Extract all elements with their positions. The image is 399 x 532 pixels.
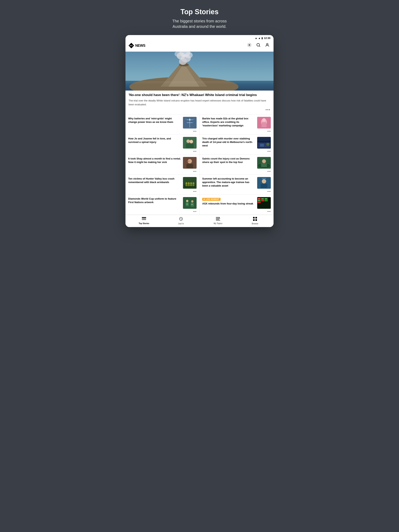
story-cell-right[interactable]: Summer left accounting to become an appr… (200, 175, 274, 195)
story-row: It took Shay almost a month to find a re… (125, 155, 274, 175)
story-thumbnail (257, 117, 271, 128)
status-time: 12:30 (264, 37, 270, 39)
bottom-nav-just-in[interactable]: Just In (162, 215, 200, 227)
status-icons: ▲ ▲ ▮ (255, 37, 263, 39)
bottom-nav-my-topics[interactable]: My Topics (200, 215, 237, 227)
svg-rect-36 (260, 144, 264, 147)
my-topics-icon (216, 217, 220, 222)
more-dots-button[interactable]: ••• (267, 210, 271, 213)
svg-point-52 (193, 182, 194, 184)
svg-rect-76 (264, 200, 268, 201)
story-cell-right[interactable]: Trio charged with murder over stabbing d… (200, 134, 274, 154)
svg-rect-90 (253, 217, 255, 218)
svg-text:ASX: ASX (258, 198, 260, 199)
just-in-label: Just In (178, 222, 184, 225)
my-topics-label: My Topics (214, 222, 222, 225)
more-dots-button[interactable]: ••• (267, 150, 271, 153)
svg-rect-72 (257, 202, 261, 203)
more-dots-button[interactable]: ••• (267, 170, 271, 173)
svg-point-23 (189, 119, 191, 120)
nav-bar: ABC NEWS (125, 40, 274, 52)
svg-rect-53 (186, 184, 187, 186)
svg-rect-46 (261, 163, 267, 167)
story-cell-left[interactable]: How Jo and Joanne fell in love, and surv… (125, 134, 200, 154)
more-dots-button[interactable]: ••• (267, 190, 271, 193)
more-dots-button[interactable]: ••• (193, 150, 197, 153)
profile-button[interactable] (264, 42, 270, 49)
svg-rect-93 (255, 219, 257, 221)
svg-rect-42 (188, 161, 189, 161)
featured-story[interactable]: 'No-one should have been there': NZ's Wh… (125, 52, 274, 114)
nav-icons (246, 42, 270, 49)
story-dots: ••• (202, 169, 271, 173)
svg-point-45 (262, 159, 266, 163)
wifi-icon: ▲ (255, 37, 257, 39)
story-title: It took Shay almost a month to find a re… (128, 157, 181, 164)
live-dot (204, 199, 205, 200)
story-cell-right[interactable]: Barbie has made $1b at the global box of… (200, 114, 274, 134)
story-cell-left[interactable]: Why batteries and 'mini-grids' might cha… (125, 114, 200, 134)
svg-rect-82 (142, 218, 146, 219)
svg-rect-54 (188, 184, 190, 186)
story-dots: ••• (128, 209, 197, 213)
story-thumbnail: ASX BHP CBA NAB (257, 197, 271, 209)
bottom-nav-top-stories[interactable]: Top Stories (125, 215, 162, 227)
svg-point-62 (186, 200, 188, 202)
settings-icon-button[interactable] (246, 42, 252, 49)
svg-rect-74 (261, 200, 264, 201)
story-row: Ten victims of Hunter Valley bus crash r… (125, 175, 274, 195)
story-title: Barbie has made $1b at the global box of… (202, 117, 255, 127)
story-title: ASX rebounds from four-day losing streak (202, 202, 255, 205)
more-dots-button[interactable]: ••• (193, 170, 197, 173)
story-cell-left[interactable]: Diamonds World Cup uniform to feature Fi… (125, 195, 200, 215)
svg-rect-55 (190, 184, 192, 186)
story-title: How Jo and Joanne fell in love, and surv… (128, 137, 181, 144)
story-cell-left[interactable]: It took Shay almost a month to find a re… (125, 155, 200, 174)
story-dots: ••• (128, 169, 197, 173)
more-dots-button[interactable]: ••• (193, 190, 197, 193)
svg-point-15 (185, 52, 193, 58)
svg-rect-61 (183, 197, 197, 209)
abc-diamond-icon: ABC (129, 43, 134, 48)
story-thumbnail (183, 157, 197, 169)
story-cell-left[interactable]: Ten victims of Hunter Valley bus crash r… (125, 175, 200, 195)
story-thumbnail: GK GS (183, 197, 197, 209)
story-title: Diamonds World Cup uniform to feature Fi… (128, 197, 181, 204)
abc-logo: ABC NEWS (129, 43, 145, 48)
story-dots: ••• (202, 209, 271, 213)
svg-rect-85 (216, 217, 219, 217)
more-dots-button[interactable]: ••• (267, 130, 271, 133)
story-row: How Jo and Joanne fell in love, and surv… (125, 134, 274, 155)
featured-more-btn: ••• (125, 106, 274, 112)
story-thumbnail (257, 177, 271, 189)
svg-point-58 (262, 179, 266, 184)
story-thumbnail (257, 157, 271, 169)
svg-text:BHP: BHP (258, 200, 260, 201)
svg-rect-91 (255, 217, 257, 218)
search-button[interactable] (255, 42, 261, 49)
page-title: Top Stories (172, 8, 227, 16)
svg-point-32 (190, 140, 193, 143)
more-dots-button[interactable]: ••• (193, 210, 197, 213)
svg-point-28 (262, 118, 265, 121)
bottom-nav-browse[interactable]: Browse (237, 215, 274, 227)
stories-section: Why batteries and 'mini-grids' might cha… (125, 114, 274, 215)
story-cell-right[interactable]: Saints count the injury cost as Demons s… (200, 155, 274, 174)
svg-rect-87 (216, 219, 219, 219)
bottom-nav: Top Stories Just In My Topi (125, 215, 274, 227)
story-thumbnail (183, 117, 197, 128)
story-dots: ••• (202, 128, 271, 133)
svg-point-49 (186, 182, 187, 184)
more-dots-button[interactable]: ••• (193, 130, 197, 133)
svg-rect-18 (125, 83, 274, 83)
just-in-icon (179, 217, 183, 222)
featured-more-dots-button[interactable]: ••• (265, 108, 270, 112)
svg-rect-17 (125, 82, 274, 82)
story-dots: ••• (128, 128, 197, 133)
story-title: Trio charged with murder over stabbing d… (202, 137, 255, 148)
story-cell-right[interactable]: LIVE MOMENT ASX rebounds from four-day l… (200, 195, 274, 215)
story-thumbnail (257, 137, 271, 149)
svg-rect-88 (216, 220, 220, 221)
story-thumbnail (183, 137, 197, 149)
svg-rect-38 (257, 141, 271, 142)
